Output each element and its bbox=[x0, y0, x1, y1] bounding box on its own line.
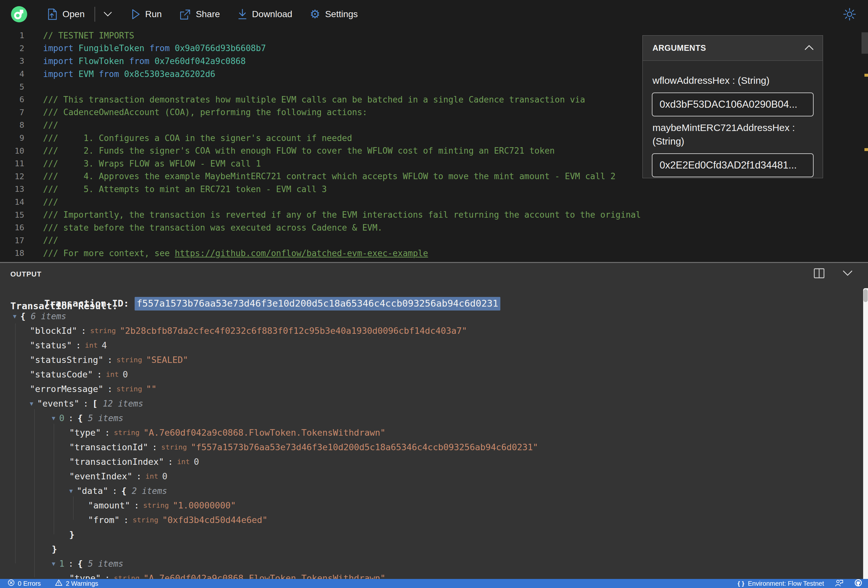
tree-colon: : bbox=[134, 500, 139, 510]
run-play-icon bbox=[131, 9, 140, 20]
tree-row: "status":int4 bbox=[0, 338, 862, 352]
tree-row: "transactionIndex":int0 bbox=[0, 454, 862, 469]
tree-colon: : bbox=[81, 326, 86, 336]
collapse-arrow-icon[interactable]: ▼ bbox=[13, 313, 16, 320]
editor-scrollbar-thumb[interactable] bbox=[862, 32, 868, 54]
tree-type: int bbox=[177, 458, 190, 466]
transaction-id-value[interactable]: f557a1573b76aa53e73d46f3e10d200d5c18a653… bbox=[134, 297, 500, 311]
tree-row: "type":string"A.7e60df042a9c0868.FlowTok… bbox=[0, 425, 862, 440]
code-text: /// state before the transaction was exe… bbox=[24, 223, 382, 233]
tree-type: string bbox=[114, 574, 139, 579]
line-number: 17 bbox=[0, 236, 24, 245]
code-text: /// 3. Wraps FLOW as WFLOW - EVM call 1 bbox=[24, 159, 261, 168]
environment-status[interactable]: { } Environment: Flow Testnet bbox=[738, 580, 824, 587]
warnings-count: 2 Warnings bbox=[66, 580, 98, 587]
code-text: /// For more context, see https://github… bbox=[24, 248, 428, 258]
tree-key: "errorMessage" bbox=[30, 384, 103, 394]
run-button[interactable]: Run bbox=[131, 9, 162, 20]
tree-key: "amount" bbox=[88, 500, 130, 510]
tree-type: int bbox=[85, 341, 98, 349]
split-view-icon[interactable] bbox=[813, 268, 825, 280]
tree-row: "amount":string"1.00000000" bbox=[0, 498, 862, 513]
code-link[interactable]: https://github.com/onflow/batched-evm-ex… bbox=[175, 248, 428, 258]
line-number: 13 bbox=[0, 184, 24, 194]
braces-icon: { } bbox=[738, 580, 745, 587]
tree-row: "errorMessage":string"" bbox=[0, 382, 862, 396]
tree-idx: 0 bbox=[59, 413, 64, 423]
tree-key: "from" bbox=[88, 515, 120, 525]
indent-guide bbox=[15, 323, 16, 563]
code-line: 13/// 5. Attempts to mint an ERC721 toke… bbox=[0, 183, 868, 196]
open-label: Open bbox=[62, 9, 85, 19]
tree-colon: : bbox=[97, 369, 102, 379]
code-text: import FungibleToken from 0x9a0766d93b66… bbox=[24, 43, 266, 53]
line-number: 2 bbox=[0, 44, 24, 53]
arguments-title: ARGUMENTS bbox=[652, 43, 706, 53]
collapse-arrow-icon[interactable]: ▼ bbox=[52, 560, 55, 567]
line-number: 16 bbox=[0, 223, 24, 232]
collapse-arrow-icon[interactable]: ▼ bbox=[52, 415, 55, 421]
tree-row: "statusString":string"SEALED" bbox=[0, 352, 862, 367]
output-title: OUTPUT bbox=[10, 270, 41, 279]
argument-input-0[interactable]: 0xd3bF53DAC106A0290B04... bbox=[652, 93, 813, 116]
code-text: /// CadenceOwnedAccount (COA), performin… bbox=[24, 108, 367, 117]
code-text: /// bbox=[24, 236, 58, 245]
tree-brace: { bbox=[77, 559, 83, 569]
argument-input-1[interactable]: 0x2E2Ed0Cfd3AD2f1d34481... bbox=[652, 153, 813, 177]
tree-str: "1.00000000" bbox=[173, 500, 236, 510]
indent-guide bbox=[73, 497, 74, 520]
open-button[interactable]: Open bbox=[47, 9, 85, 20]
tree-int: 0 bbox=[123, 369, 128, 379]
collapse-arrow-icon[interactable]: ▼ bbox=[30, 400, 33, 407]
tree-row: ▼"events":[12 items bbox=[0, 396, 862, 411]
line-number: 3 bbox=[0, 56, 24, 66]
code-line: 16/// state before the transaction was e… bbox=[0, 221, 868, 234]
warning-marker bbox=[864, 148, 868, 151]
tree-colon: : bbox=[152, 442, 157, 452]
tree-type: string bbox=[90, 327, 116, 335]
tree-colon: : bbox=[168, 457, 173, 467]
tree-row: "from":string"0xfd3b4cd50d44e6ed" bbox=[0, 513, 862, 527]
share-label: Share bbox=[196, 9, 220, 19]
warnings-status[interactable]: 2 Warnings bbox=[55, 579, 98, 588]
collapse-chevron-up-icon[interactable] bbox=[805, 45, 813, 52]
transaction-result-tree: ▼{6 items"blockId":string"2b28cbfb87da2c… bbox=[0, 309, 862, 579]
share-icon bbox=[179, 9, 191, 20]
tree-idx: 1 bbox=[59, 559, 64, 569]
tree-type: int bbox=[106, 370, 119, 379]
output-scrollbar-track[interactable] bbox=[863, 288, 868, 579]
warning-marker bbox=[864, 74, 868, 77]
tree-key: "eventIndex" bbox=[69, 471, 132, 481]
line-number: 12 bbox=[0, 172, 24, 181]
theme-toggle-sun-icon[interactable] bbox=[843, 7, 856, 21]
tree-str: "f557a1573b76aa53e73d46f3e10d200d5c18a65… bbox=[191, 442, 538, 452]
github-icon[interactable] bbox=[855, 579, 862, 588]
tree-row: ▼0:{5 items bbox=[0, 411, 862, 425]
code-text: /// bbox=[24, 120, 58, 130]
download-button[interactable]: Download bbox=[238, 9, 292, 20]
code-line: 17/// bbox=[0, 234, 868, 247]
feedback-person-icon[interactable] bbox=[835, 579, 843, 588]
share-button[interactable]: Share bbox=[179, 9, 220, 20]
line-number: 9 bbox=[0, 133, 24, 143]
code-line: 18/// For more context, see https://gith… bbox=[0, 247, 868, 260]
tree-colon: : bbox=[83, 398, 89, 408]
flow-logo-icon[interactable] bbox=[11, 6, 27, 22]
warning-icon bbox=[55, 579, 62, 588]
open-dropdown-chevron-icon[interactable] bbox=[103, 12, 112, 17]
settings-button[interactable]: ⚙ Settings bbox=[310, 9, 358, 20]
collapse-output-chevron-icon[interactable] bbox=[843, 270, 852, 277]
tree-items: 5 items bbox=[88, 413, 124, 423]
code-text: /// bbox=[24, 197, 58, 207]
arguments-panel: ARGUMENTS wflowAddressHex : (String)0xd3… bbox=[642, 35, 823, 178]
tree-items: 2 items bbox=[132, 486, 167, 496]
tree-type: string bbox=[117, 356, 142, 364]
errors-status[interactable]: 0 Errors bbox=[8, 579, 41, 588]
tree-str: "" bbox=[146, 384, 156, 394]
output-panel: OUTPUT Transaction ID: f557a1573b76aa53e… bbox=[0, 263, 868, 579]
tree-str: "A.7e60df042a9c0868.FlowToken.TokensWith… bbox=[143, 573, 385, 579]
tree-int: 0 bbox=[194, 457, 199, 467]
output-scrollbar-thumb[interactable] bbox=[864, 289, 868, 302]
collapse-arrow-icon[interactable]: ▼ bbox=[69, 488, 73, 494]
arguments-panel-header[interactable]: ARGUMENTS bbox=[643, 35, 823, 61]
